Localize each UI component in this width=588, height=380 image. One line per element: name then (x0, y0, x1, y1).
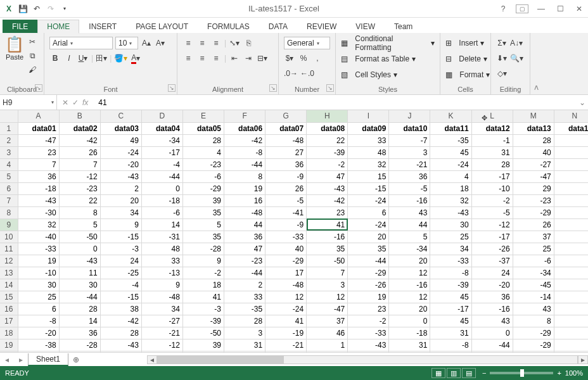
cell[interactable] (554, 327, 588, 339)
cell[interactable]: 22 (307, 134, 348, 146)
clipboard-dialog-launcher[interactable]: ↘ (35, 84, 42, 92)
cell[interactable]: 34 (141, 303, 182, 315)
cell[interactable]: -34 (389, 243, 430, 255)
view-page-break-icon[interactable]: ▤ (462, 368, 476, 378)
cell[interactable]: data09 (348, 122, 389, 134)
cell[interactable]: 36 (471, 291, 513, 303)
cell[interactable]: 25 (513, 243, 554, 255)
cell[interactable]: 13 (513, 351, 554, 352)
help-icon[interactable]: ? (497, 4, 509, 13)
cell[interactable]: 47 (307, 170, 348, 182)
cell[interactable]: data01 (18, 122, 59, 134)
cell[interactable]: 6 (18, 303, 59, 315)
cell[interactable]: -6 (141, 206, 182, 218)
cell[interactable]: -48 (265, 279, 307, 291)
cell[interactable]: -8 (224, 146, 265, 158)
cell[interactable]: 45 (430, 315, 471, 327)
cell[interactable]: 29 (513, 182, 554, 194)
cell[interactable]: 48 (141, 243, 182, 255)
cell[interactable]: 17 (265, 267, 307, 279)
cell[interactable]: 25 (430, 231, 471, 243)
cell[interactable]: 35 (348, 243, 389, 255)
cell[interactable]: 36 (59, 327, 100, 339)
cell[interactable] (554, 303, 588, 315)
cell[interactable]: -43 (430, 206, 471, 218)
cell[interactable]: -31 (141, 231, 182, 243)
cell[interactable]: -16 (389, 279, 430, 291)
cell[interactable]: 43 (471, 315, 513, 327)
cell[interactable]: 31 (471, 146, 513, 158)
cell[interactable]: 3 (307, 279, 348, 291)
cell[interactable]: 26 (389, 351, 430, 352)
cell[interactable]: -12 (471, 218, 513, 231)
cell[interactable]: -10 (471, 182, 513, 194)
column-header[interactable]: K (430, 110, 471, 122)
cell[interactable]: 7 (59, 158, 100, 170)
undo-icon[interactable]: ↶ (30, 3, 43, 15)
cell[interactable]: -4 (141, 158, 182, 170)
tab-home[interactable]: HOME (37, 20, 79, 34)
cell[interactable]: -29 (513, 327, 554, 339)
cell[interactable]: -35 (224, 303, 265, 315)
cell[interactable]: 33 (224, 291, 265, 303)
cell[interactable]: 48 (348, 146, 389, 158)
row-header[interactable]: 17 (0, 315, 18, 327)
cell[interactable]: data13 (513, 122, 554, 134)
cell[interactable]: -17 (141, 146, 182, 158)
cell[interactable]: -4 (100, 279, 141, 291)
cell[interactable]: 18 (307, 351, 348, 352)
cell[interactable]: -43 (307, 182, 348, 194)
cell[interactable]: -23 (59, 182, 100, 194)
cell[interactable]: -24 (265, 303, 307, 315)
font-color-button[interactable]: A▾ (130, 52, 141, 65)
cell[interactable]: data05 (182, 122, 224, 134)
cell[interactable]: 32 (18, 218, 59, 231)
cell[interactable]: 12 (389, 291, 430, 303)
shrink-font-icon[interactable]: A▾ (155, 37, 166, 49)
cell[interactable]: -26 (471, 243, 513, 255)
cell[interactable]: data02 (59, 122, 100, 134)
cell[interactable]: -12 (59, 170, 100, 182)
cell[interactable]: -29 (513, 206, 554, 218)
italic-button[interactable]: I (63, 52, 75, 65)
cell[interactable]: -37 (471, 255, 513, 267)
cell[interactable]: -50 (182, 327, 224, 339)
accounting-format-icon[interactable]: $▾ (284, 52, 295, 65)
cell[interactable]: -18 (389, 327, 430, 339)
cell[interactable]: -24 (348, 194, 389, 206)
cell[interactable]: 12 (307, 291, 348, 303)
cell[interactable]: -27 (141, 315, 182, 327)
cell[interactable]: -20 (18, 327, 59, 339)
cell[interactable] (554, 231, 588, 243)
cell[interactable]: -44 (224, 158, 265, 170)
border-button[interactable]: 田▾ (96, 52, 107, 65)
cell[interactable]: 11 (59, 267, 100, 279)
cell[interactable]: -17 (471, 170, 513, 182)
cell[interactable]: -43 (100, 170, 141, 182)
column-header[interactable]: G (265, 110, 307, 122)
increase-indent-icon[interactable]: ⇥ (243, 52, 254, 65)
zoom-in-icon[interactable]: + (557, 369, 561, 377)
cell[interactable]: 27 (265, 146, 307, 158)
cell[interactable]: 41 (265, 315, 307, 327)
cell[interactable]: 40 (18, 351, 59, 352)
row-header[interactable]: 6 (0, 182, 18, 194)
cell[interactable]: -16 (389, 194, 430, 206)
cell[interactable]: 36 (224, 231, 265, 243)
cell[interactable]: data10 (389, 122, 430, 134)
cell[interactable]: 28 (182, 134, 224, 146)
cell[interactable]: 43 (389, 206, 430, 218)
spreadsheet-grid[interactable]: ABCDEFGHIJKLMN 1data01data02data03data04… (0, 110, 588, 352)
minimize-icon[interactable]: — (535, 4, 547, 13)
grow-font-icon[interactable]: A▴ (141, 37, 152, 49)
underline-button[interactable]: U▾ (77, 52, 89, 65)
cell[interactable]: 49 (100, 134, 141, 146)
cell[interactable]: 34 (59, 351, 100, 352)
maximize-icon[interactable]: ☐ (554, 4, 566, 13)
cell[interactable]: data08 (307, 122, 348, 134)
cell[interactable]: -20 (471, 279, 513, 291)
cell[interactable]: 31 (430, 327, 471, 339)
cell[interactable]: -1 (471, 134, 513, 146)
cell[interactable]: -40 (18, 231, 59, 243)
cell[interactable] (554, 243, 588, 255)
